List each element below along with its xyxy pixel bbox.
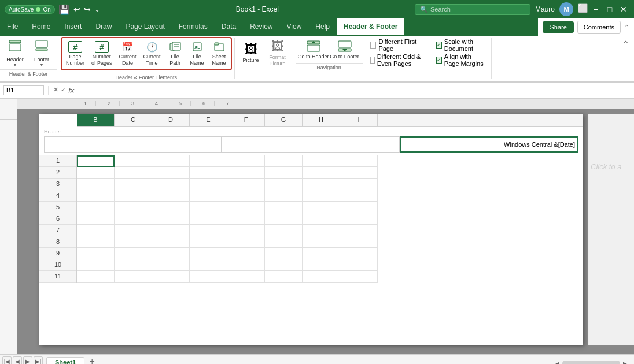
cell-B9[interactable] [77, 248, 115, 259]
cell-I7[interactable] [340, 225, 378, 236]
maximize-button[interactable]: □ [604, 3, 615, 15]
cell-reference-input[interactable] [3, 85, 44, 95]
file-name-button[interactable]: XL FileName [187, 39, 208, 68]
cell-C9[interactable] [115, 248, 152, 259]
search-box[interactable]: 🔍 Search [415, 4, 530, 15]
tab-file[interactable]: File [0, 18, 25, 36]
cell-I2[interactable] [340, 167, 378, 179]
cell-F6[interactable] [227, 213, 265, 225]
col-header-i[interactable]: I [340, 114, 378, 126]
cell-D10[interactable] [152, 259, 190, 271]
comments-button[interactable]: Comments [577, 21, 621, 34]
scroll-right-button[interactable]: ▶ [621, 361, 629, 364]
cell-C1[interactable] [115, 155, 152, 167]
cell-B10[interactable] [77, 259, 115, 271]
tab-insert[interactable]: Insert [57, 18, 89, 36]
cell-D8[interactable] [152, 236, 190, 248]
cell-I10[interactable] [340, 259, 378, 271]
tab-home[interactable]: Home [25, 18, 57, 36]
horizontal-scrollbar[interactable] [562, 361, 620, 364]
cell-E11[interactable] [190, 271, 227, 283]
cell-F7[interactable] [227, 225, 265, 236]
go-to-footer-button[interactable]: Go to Footer [331, 38, 358, 62]
cell-D11[interactable] [152, 271, 190, 283]
cell-G5[interactable] [265, 202, 303, 213]
cell-F9[interactable] [227, 248, 265, 259]
cell-G6[interactable] [265, 213, 303, 225]
footer-button[interactable]: Footer ▼ [29, 38, 54, 68]
header-right-cell[interactable]: Windows Central &[Date] [400, 136, 578, 153]
cell-I11[interactable] [340, 271, 378, 283]
scale-with-document-option[interactable]: Scale with Document [436, 38, 485, 52]
autosave-toggle[interactable]: AutoSave On [5, 5, 55, 14]
cell-G1[interactable] [265, 155, 303, 167]
sheet-tab-sheet1[interactable]: Sheet1 [46, 357, 84, 364]
cell-G4[interactable] [265, 190, 303, 202]
cell-C7[interactable] [115, 225, 152, 236]
cell-F8[interactable] [227, 236, 265, 248]
number-of-pages-button[interactable]: # Numberof Pages [89, 39, 115, 68]
cell-D7[interactable] [152, 225, 190, 236]
cell-H9[interactable] [303, 248, 340, 259]
cell-F5[interactable] [227, 202, 265, 213]
cell-H3[interactable] [303, 179, 340, 190]
ribbon-collapse-button[interactable]: ⌃ [620, 38, 632, 50]
format-picture-button[interactable]: 🖼 FormatPicture [265, 38, 290, 68]
cell-G10[interactable] [265, 259, 303, 271]
tab-review[interactable]: Review [243, 18, 279, 36]
col-header-e[interactable]: E [190, 114, 227, 126]
tab-page-layout[interactable]: Page Layout [119, 18, 171, 36]
align-page-margins-option[interactable]: Align with Page Margins [436, 53, 485, 67]
cell-E9[interactable] [190, 248, 227, 259]
different-first-page-option[interactable]: Different First Page [370, 38, 427, 52]
different-first-page-checkbox[interactable] [370, 42, 377, 49]
cell-I5[interactable] [340, 202, 378, 213]
cell-B3[interactable] [77, 179, 115, 190]
cell-C3[interactable] [115, 179, 152, 190]
cell-G2[interactable] [265, 167, 303, 179]
cell-B5[interactable] [77, 202, 115, 213]
cell-C6[interactable] [115, 213, 152, 225]
cancel-formula-icon[interactable]: ✕ [53, 86, 58, 95]
cell-C10[interactable] [115, 259, 152, 271]
cell-B2[interactable] [77, 167, 115, 179]
cell-C5[interactable] [115, 202, 152, 213]
cell-H1[interactable] [303, 155, 340, 167]
col-header-c[interactable]: C [115, 114, 152, 126]
cell-C4[interactable] [115, 190, 152, 202]
align-page-margins-checkbox[interactable] [436, 57, 442, 64]
first-sheet-arrow[interactable]: |◀ [2, 356, 12, 364]
undo-icon[interactable]: ↩ [73, 5, 80, 14]
cell-H2[interactable] [303, 167, 340, 179]
cell-H7[interactable] [303, 225, 340, 236]
cell-C2[interactable] [115, 167, 152, 179]
cell-G7[interactable] [265, 225, 303, 236]
different-odd-even-checkbox[interactable] [370, 57, 375, 64]
cell-E2[interactable] [190, 167, 227, 179]
tab-view[interactable]: View [280, 18, 309, 36]
cell-C11[interactable] [115, 271, 152, 283]
picture-button[interactable]: 🖼 Picture [238, 41, 264, 65]
cell-I8[interactable] [340, 236, 378, 248]
cell-D4[interactable] [152, 190, 190, 202]
cell-G8[interactable] [265, 236, 303, 248]
cell-I6[interactable] [340, 213, 378, 225]
cell-F3[interactable] [227, 179, 265, 190]
insert-function-icon[interactable]: fx [68, 86, 74, 95]
col-header-b[interactable]: B [77, 114, 115, 126]
col-header-h[interactable]: H [303, 114, 340, 126]
cell-D3[interactable] [152, 179, 190, 190]
cell-G3[interactable] [265, 179, 303, 190]
share-button[interactable]: Share [543, 21, 573, 33]
header-button[interactable]: Header ▼ [2, 38, 28, 68]
cell-E8[interactable] [190, 236, 227, 248]
current-date-button[interactable]: 📅 CurrentDate [116, 39, 139, 68]
cell-E7[interactable] [190, 225, 227, 236]
cell-I4[interactable] [340, 190, 378, 202]
col-header-g[interactable]: G [265, 114, 303, 126]
click-to-add-label[interactable]: Click to a [588, 157, 624, 177]
cell-I9[interactable] [340, 248, 378, 259]
cell-B11[interactable] [77, 271, 115, 283]
next-sheet-arrow[interactable]: ▶ [23, 356, 32, 364]
minimize-button[interactable]: − [590, 3, 602, 15]
